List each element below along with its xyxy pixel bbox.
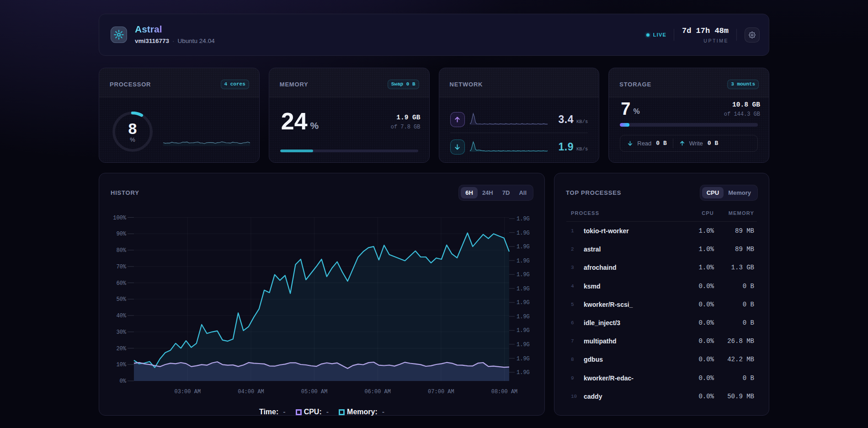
svg-text:1.9G: 1.9G xyxy=(517,258,530,264)
svg-text:1.9G: 1.9G xyxy=(517,230,530,236)
svg-text:0%: 0% xyxy=(120,378,127,385)
svg-text:70%: 70% xyxy=(116,264,126,270)
svg-text:07:00 AM: 07:00 AM xyxy=(428,389,454,395)
svg-text:1.9G: 1.9G xyxy=(517,356,530,362)
svg-text:04:00 AM: 04:00 AM xyxy=(238,389,264,395)
svg-text:08:00 AM: 08:00 AM xyxy=(491,389,518,395)
svg-text:1.9G: 1.9G xyxy=(517,286,530,292)
svg-text:1.9G: 1.9G xyxy=(517,314,530,320)
svg-text:1.9G: 1.9G xyxy=(517,327,530,334)
svg-text:06:00 AM: 06:00 AM xyxy=(364,389,391,395)
svg-text:30%: 30% xyxy=(116,329,126,336)
svg-text:1.9G: 1.9G xyxy=(517,244,530,250)
svg-text:40%: 40% xyxy=(116,313,126,319)
svg-text:60%: 60% xyxy=(116,280,126,287)
svg-text:1.9G: 1.9G xyxy=(517,369,530,376)
svg-text:50%: 50% xyxy=(116,296,126,303)
svg-text:20%: 20% xyxy=(116,346,126,352)
svg-text:1.9G: 1.9G xyxy=(517,272,530,278)
svg-text:100%: 100% xyxy=(113,215,127,221)
svg-text:03:00 AM: 03:00 AM xyxy=(174,389,201,395)
svg-text:05:00 AM: 05:00 AM xyxy=(301,389,328,395)
svg-text:1.9G: 1.9G xyxy=(517,300,530,306)
svg-text:90%: 90% xyxy=(116,231,126,237)
svg-text:1.9G: 1.9G xyxy=(517,216,530,222)
svg-text:10%: 10% xyxy=(116,362,126,368)
svg-text:80%: 80% xyxy=(116,247,126,254)
svg-text:1.9G: 1.9G xyxy=(517,342,530,348)
